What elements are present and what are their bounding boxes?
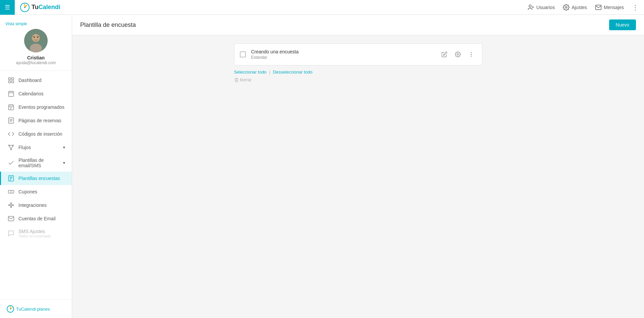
sidebar-item-codigos-insercion[interactable]: Códigos de inserción	[0, 127, 72, 141]
hamburger-button[interactable]: ☰	[0, 0, 15, 15]
svg-point-57	[471, 56, 472, 57]
svg-point-47	[10, 207, 11, 208]
svg-point-31	[12, 145, 13, 146]
tucalendi-planes-link[interactable]: TuCalendi planes	[7, 305, 65, 313]
delete-button[interactable]: borrar	[234, 77, 252, 82]
survey-checkbox[interactable]	[240, 51, 246, 57]
sidebar-item-eventos-programados[interactable]: Eventos programados	[0, 100, 72, 114]
delete-bar: borrar	[234, 77, 482, 82]
paginas-reservas-label: Páginas de reservas	[18, 118, 65, 123]
usuarios-label: Usuarios	[536, 5, 555, 10]
flujos-chevron-icon: ▾	[63, 145, 65, 150]
nuevo-button[interactable]: Nuevo	[609, 19, 636, 30]
svg-point-1	[24, 7, 25, 8]
cuentas-email-label: Cuentas de Email	[18, 216, 65, 221]
svg-rect-13	[12, 78, 14, 80]
integration-icon	[8, 202, 14, 209]
page-icon	[8, 117, 14, 124]
sidebar-item-plantillas-encuestas[interactable]: Plantillas encuestas	[0, 172, 72, 185]
sms-ajustes-sublabel: Twilio no conectado	[18, 234, 65, 238]
svg-point-45	[12, 205, 13, 206]
plantillas-email-chevron-icon: ▾	[63, 161, 65, 165]
svg-point-44	[9, 205, 10, 206]
edit-survey-button[interactable]	[439, 49, 450, 60]
deselect-all-link[interactable]: Desseleccionar todo	[273, 70, 313, 75]
sidebar-item-flujos[interactable]: Flujos ▾	[0, 141, 72, 154]
svg-point-54	[457, 54, 459, 55]
delete-label: borrar	[240, 77, 252, 82]
page-header: Plantilla de encuesta Nuevo	[72, 15, 644, 35]
svg-point-2	[529, 5, 531, 7]
ajustes-label: Ajustes	[572, 5, 587, 10]
svg-line-34	[9, 146, 11, 149]
sidebar-nav: Dashboard Calendarios Eventos programado…	[0, 71, 72, 300]
svg-point-55	[471, 52, 472, 53]
sidebar-item-cupones[interactable]: Cupones	[0, 185, 72, 198]
svg-line-35	[11, 146, 13, 149]
svg-rect-20	[9, 105, 14, 110]
separator: |	[269, 70, 270, 75]
svg-rect-14	[9, 81, 11, 83]
ajustes-nav-item[interactable]: Ajustes	[563, 4, 587, 11]
survey-actions	[439, 49, 477, 60]
plantillas-encuestas-label: Plantillas encuestas	[18, 176, 65, 181]
topbar-right: Usuarios Ajustes Mensajes ⋮	[528, 3, 644, 11]
logo-link[interactable]: TuCalendi	[15, 3, 66, 12]
sidebar-item-integraciones[interactable]: Integraciones	[0, 198, 72, 212]
logo-icon	[20, 3, 30, 12]
sidebar-item-dashboard[interactable]: Dashboard	[0, 74, 72, 87]
sidebar-username: Cristian	[27, 55, 45, 60]
eventos-programados-label: Eventos programados	[18, 104, 65, 110]
mensajes-label: Mensajes	[604, 5, 624, 10]
svg-point-56	[471, 54, 472, 55]
survey-icon	[8, 175, 14, 182]
main-content: Plantilla de encuesta Nuevo Creando una …	[72, 15, 644, 318]
content-area: Creando una encuesta Estándar	[72, 35, 644, 318]
usuarios-icon	[528, 4, 534, 11]
sidebar-item-sms-ajustes[interactable]: SMS Ajustes Twilio no conectado	[0, 225, 72, 241]
more-survey-button[interactable]	[466, 49, 477, 60]
code-icon	[8, 131, 14, 137]
sidebar-item-calendarios[interactable]: Calendarios	[0, 87, 72, 100]
flow-icon	[8, 144, 14, 151]
coupon-icon	[8, 188, 14, 195]
dashboard-label: Dashboard	[18, 78, 65, 83]
more-options-button[interactable]: ⋮	[632, 3, 639, 11]
survey-card: Creando una encuesta Estándar	[234, 43, 482, 65]
flujos-label: Flujos	[18, 145, 59, 150]
ajustes-icon	[563, 4, 570, 11]
sidebar-item-paginas-reservas[interactable]: Páginas de reservas	[0, 114, 72, 127]
svg-point-42	[10, 191, 12, 193]
mensajes-nav-item[interactable]: Mensajes	[595, 4, 624, 11]
topbar: ☰ TuCalendi Usuarios Ajustes	[0, 0, 644, 15]
sidebar-footer: TuCalendi planes	[0, 300, 72, 318]
integraciones-label: Integraciones	[18, 202, 65, 208]
survey-type: Estándar	[251, 55, 439, 60]
svg-rect-15	[12, 81, 14, 83]
svg-rect-11	[37, 36, 39, 37]
codigos-insercion-label: Códigos de inserción	[18, 131, 65, 137]
usuarios-nav-item[interactable]: Usuarios	[528, 4, 555, 11]
sidebar-email: ayuda@tucalendi.com	[16, 60, 56, 65]
plans-label: TuCalendi planes	[16, 307, 50, 312]
page-title: Plantilla de encuesta	[80, 21, 136, 29]
mensajes-icon	[595, 4, 602, 11]
sidebar-item-plantillas-email[interactable]: Plantillas de email/SMS ▾	[0, 154, 72, 172]
sms-ajustes-label: SMS Ajustes	[18, 229, 65, 234]
sidebar-item-cuentas-email[interactable]: Cuentas de Email	[0, 212, 72, 225]
calendarios-label: Calendarios	[18, 91, 65, 96]
trash-icon	[234, 78, 239, 82]
brand-name: TuCalendi	[32, 4, 60, 11]
check-icon	[8, 160, 14, 166]
svg-point-53	[10, 309, 11, 310]
select-all-link[interactable]: Seleccionar todo	[234, 70, 267, 75]
settings-survey-button[interactable]	[452, 49, 463, 60]
svg-point-3	[566, 6, 567, 8]
survey-info: Creando una encuesta Estándar	[251, 49, 439, 60]
event-icon	[8, 104, 14, 110]
calendar-icon	[8, 90, 14, 97]
plans-logo-icon	[7, 305, 14, 313]
simple-view-link[interactable]: Vista simple	[5, 21, 27, 26]
email-icon	[8, 215, 14, 222]
selection-bar: Seleccionar todo | Desseleccionar todo	[234, 70, 482, 75]
